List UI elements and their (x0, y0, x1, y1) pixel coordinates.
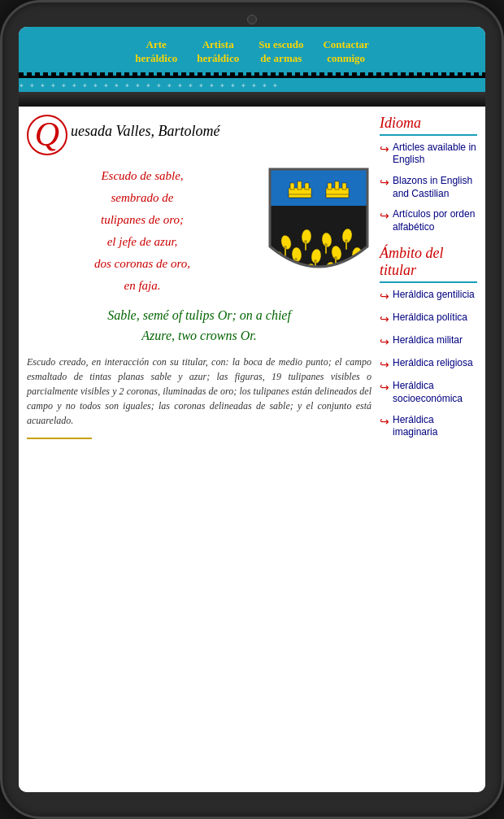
sidebar-heraldica-imaginaria[interactable]: ↪ Heráldica imaginaria (380, 412, 477, 441)
sidebar-idioma-title: Idioma (380, 115, 477, 136)
sidebar-idioma-section: Idioma ↪ Articles available in English ↪… (380, 115, 477, 236)
sidebar-blazons-english[interactable]: ↪ Blazons in English and Castilian (380, 173, 477, 202)
svg-rect-30 (298, 181, 302, 190)
link-icon-1: ↪ (380, 142, 389, 156)
title-initial: Q (27, 115, 67, 155)
svg-point-25 (345, 262, 357, 277)
right-sidebar: Idioma ↪ Articles available in English ↪… (380, 115, 477, 791)
svg-rect-35 (335, 181, 339, 190)
blazon-english-line1: Sable, semé of tulips Or; on a chief (107, 308, 291, 322)
sidebar-link-articles-english[interactable]: Articles available in English (393, 142, 477, 167)
svg-rect-4 (305, 241, 306, 250)
sidebar-articulos-alfabetico[interactable]: ↪ Artículos por orden alfabético (380, 207, 477, 235)
tablet-screen: Arteheráldico Artistaheráldico Su escudo… (19, 27, 485, 792)
svg-rect-37 (326, 194, 349, 198)
sidebar-link-imaginaria[interactable]: Heráldica imaginaria (393, 414, 477, 439)
link-icon-9: ↪ (380, 415, 389, 429)
title-text: uesada Valles, Bartolomé (71, 115, 219, 140)
sidebar-heraldica-militar[interactable]: ↪ Heráldica militar (380, 333, 477, 351)
link-icon-6: ↪ (380, 335, 389, 349)
sidebar-ambito-title: Ámbito del titular (380, 245, 477, 283)
link-icon-4: ↪ (380, 290, 389, 303)
svg-point-19 (283, 265, 294, 280)
nav-link-artista[interactable]: Artistaheráldico (190, 37, 245, 68)
svg-rect-34 (328, 183, 332, 190)
sidebar-articles-english[interactable]: ↪ Articles available in English (380, 140, 477, 168)
nav-link-arte[interactable]: Arteheráldico (128, 37, 184, 68)
svg-rect-36 (342, 183, 346, 190)
blazon-spanish-line5: dos coronas de oro, (94, 257, 190, 270)
svg-rect-14 (315, 260, 316, 270)
blazon-spanish-line2: sembrado de (111, 191, 173, 204)
svg-rect-27 (270, 169, 367, 206)
svg-rect-6 (325, 244, 327, 254)
svg-rect-2 (285, 246, 286, 256)
sidebar-link-militar[interactable]: Heráldica militar (393, 334, 463, 347)
description-text: Escudo creado, en interacción con su tit… (27, 355, 371, 428)
sidebar-link-socioeconomica[interactable]: Heráldica socioeconómica (393, 380, 477, 405)
decorative-border (19, 76, 485, 92)
main-content: Q uesada Valles, Bartolomé (19, 107, 485, 792)
sidebar-link-blazons-english[interactable]: Blazons in English and Castilian (393, 175, 477, 200)
tablet-frame: Arteheráldico Artistaheráldico Su escudo… (0, 0, 504, 819)
content-block: Escudo de sable, sembrado de tulipanes d… (27, 165, 371, 297)
blazon-spanish-line4: el jefe de azur, (107, 235, 178, 248)
sidebar-heraldica-socioeconomica[interactable]: ↪ Heráldica socioeconómica (380, 378, 477, 407)
sidebar-link-gentilicia[interactable]: Heráldica gentilicia (393, 289, 475, 302)
blazon-spanish-line3: tulipanes de oro; (101, 213, 184, 226)
link-icon-5: ↪ (380, 312, 389, 326)
blazon-english: Sable, semé of tulips Or; on a chief Azu… (27, 305, 371, 346)
separator-line (27, 438, 92, 439)
blazon-spanish-line6: en faja. (124, 279, 161, 292)
svg-rect-26 (350, 273, 351, 281)
sidebar-ambito-section: Ámbito del titular ↪ Heráldica gentilici… (380, 245, 477, 440)
link-icon-8: ↪ (380, 381, 389, 394)
svg-rect-24 (329, 273, 331, 283)
sidebar-heraldica-politica[interactable]: ↪ Heráldica política (380, 310, 477, 328)
sidebar-link-articulos[interactable]: Artículos por orden alfabético (393, 208, 477, 233)
nav-links: Arteheráldico Artistaheráldico Su escudo… (19, 33, 485, 71)
link-icon-7: ↪ (380, 358, 389, 372)
camera (247, 15, 257, 24)
blazon-spanish-line1: Escudo de sable, (101, 169, 183, 182)
svg-rect-22 (309, 275, 311, 285)
navigation-bar: Arteheráldico Artistaheráldico Su escudo… (19, 27, 485, 76)
svg-rect-32 (289, 194, 311, 198)
page-title-container: Q uesada Valles, Bartolomé (27, 115, 371, 155)
svg-rect-18 (355, 259, 357, 267)
svg-rect-20 (287, 276, 289, 284)
sidebar-heraldica-gentilicia[interactable]: ↪ Heráldica gentilicia (380, 287, 477, 305)
blazon-english-line2: Azure, two crowns Or. (141, 329, 257, 342)
sidebar-link-politica[interactable]: Heráldica política (393, 311, 467, 325)
svg-rect-31 (305, 183, 309, 190)
sidebar-link-religiosa[interactable]: Heráldica religiosa (393, 357, 473, 370)
coat-of-arms (266, 165, 371, 290)
deco-bottom (19, 92, 485, 107)
svg-rect-29 (290, 183, 294, 190)
left-content: Q uesada Valles, Bartolomé (27, 115, 371, 791)
nav-link-contactar[interactable]: Contactarconmigo (316, 37, 375, 68)
svg-rect-10 (276, 263, 278, 271)
sidebar-heraldica-religiosa[interactable]: ↪ Heráldica religiosa (380, 355, 477, 373)
link-icon-2: ↪ (380, 176, 389, 190)
svg-rect-8 (345, 240, 347, 250)
nav-link-escudo[interactable]: Su escudode armas (252, 37, 310, 68)
link-icon-3: ↪ (380, 209, 389, 223)
